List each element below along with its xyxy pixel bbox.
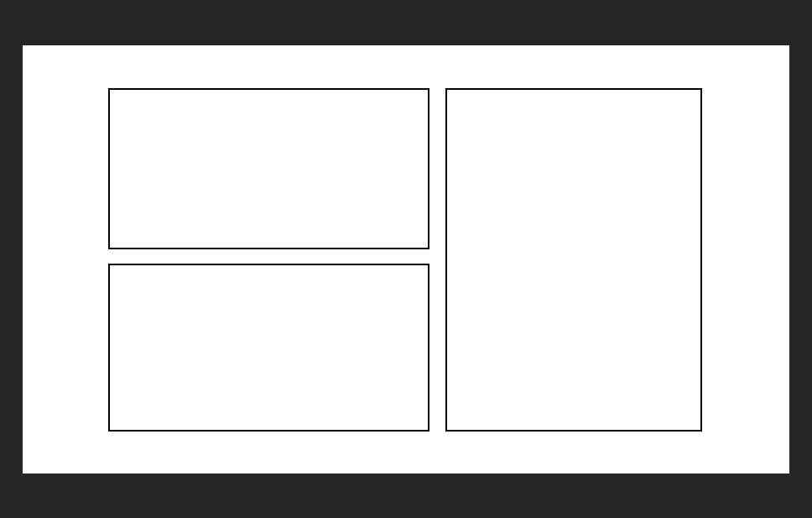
- box-top-left: [108, 88, 429, 249]
- box-right: [445, 88, 702, 432]
- canvas: [23, 45, 789, 474]
- box-bottom-left: [108, 264, 429, 432]
